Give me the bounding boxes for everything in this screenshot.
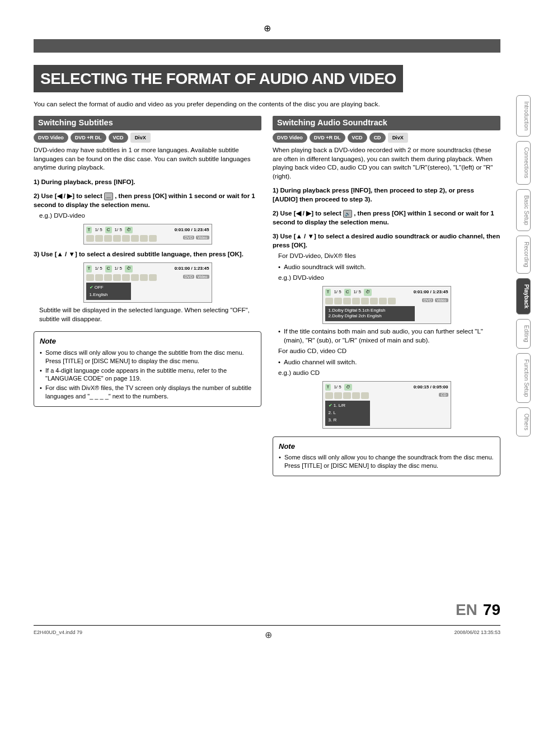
- footer-rule: [34, 625, 500, 626]
- tab-playback[interactable]: Playback: [516, 278, 531, 314]
- print-file: E2H40UD_v4.indd 79: [34, 629, 82, 646]
- section-header-audio: Switching Audio Soundtrack: [273, 116, 500, 130]
- note-title-r: Note: [279, 442, 494, 452]
- osd-audio-2: T 1/ 5 ⏱ 0:00:15 / 0:05:00 CD 1. L/R 2. …: [322, 381, 451, 429]
- header-stripe: [34, 39, 500, 53]
- register-mark-bottom: ⊕: [265, 629, 272, 641]
- osd-audio-1: T 1/ 5 C 1/ 5 ⏱ 0:01:00 / 1:23:45 DVD Vi…: [322, 286, 451, 324]
- osd-audio-cd-menu: 1. L/R 2. L 3. R: [325, 401, 370, 425]
- right-note-1: Some discs will only allow you to change…: [279, 453, 494, 470]
- right-bullet1: Audio soundtrack will switch.: [278, 263, 500, 272]
- audio-intro: When playing back a DVD-video recorded w…: [273, 146, 500, 181]
- badge-dvd-video-r: DVD Video: [273, 133, 307, 143]
- osd-subtitle-menu: OFF 1.English: [86, 283, 131, 300]
- right-eg1: e.g.) DVD-video: [278, 274, 500, 283]
- badge-cd: CD: [369, 133, 386, 143]
- osd-audio-menu: 1.Dolby Digital 5.1ch English 2.Dolby Di…: [325, 306, 415, 322]
- subtitles-intro: DVD-video may have subtitles in 1 or mor…: [34, 146, 261, 172]
- right-for2: For audio CD, video CD: [278, 347, 500, 356]
- left-note-box: Note Some discs will only allow you to c…: [34, 331, 261, 407]
- tab-connections[interactable]: Connections: [516, 141, 531, 185]
- left-note-2: If a 4-digit language code appears in th…: [40, 367, 255, 383]
- left-note-3: For disc with DivX® files, the TV screen…: [40, 384, 255, 401]
- left-step2: 2) Use [◀ / ▶] to select … , then press …: [34, 192, 261, 209]
- left-step1: 1) During playback, press [INFO].: [34, 178, 261, 187]
- right-column: Switching Audio Soundtrack DVD Video DVD…: [273, 116, 500, 476]
- footer: EN 79: [34, 599, 500, 621]
- tab-basic-setup[interactable]: Basic Setup: [516, 189, 531, 231]
- tab-function-setup[interactable]: Function Setup: [516, 353, 531, 403]
- badge-divx: DivX: [130, 133, 151, 143]
- print-info: E2H40UD_v4.indd 79 ⊕ 2008/06/02 13:35:53: [34, 629, 500, 646]
- disc-badges-right: DVD Video DVD +R DL VCD CD DivX: [273, 133, 500, 143]
- footer-lang: EN: [456, 599, 477, 621]
- side-tabs: Introduction Connections Basic Setup Rec…: [516, 95, 531, 436]
- badge-dvd-video: DVD Video: [34, 133, 68, 143]
- right-step1: 1) During playback press [INFO], then pr…: [273, 186, 500, 204]
- tab-recording[interactable]: Recording: [516, 236, 531, 274]
- footer-page: 79: [483, 599, 500, 621]
- osd-subtitle-2: T 1/ 5 C 1/ 5 ⏱ 0:01:00 / 1:23:45 DVD Vi…: [83, 262, 212, 303]
- page-title: SELECTING THE FORMAT OF AUDIO AND VIDEO: [34, 65, 403, 93]
- badge-dvd-rdl: DVD +R DL: [71, 133, 106, 143]
- left-eg1: e.g.) DVD-video: [39, 212, 261, 220]
- audio-icon: 🔊: [343, 210, 352, 218]
- subtitle-icon: …: [104, 192, 113, 200]
- right-step2: 2) Use [◀ / ▶] to select 🔊 , then press …: [273, 209, 500, 227]
- note-title: Note: [40, 336, 255, 346]
- left-column: Switching Subtitles DVD Video DVD +R DL …: [34, 116, 261, 476]
- section-header-subtitles: Switching Subtitles: [34, 116, 261, 130]
- left-step3: 3) Use [▲ / ▼] to select a desired subti…: [34, 250, 261, 259]
- right-if-title: If the title contains both main and sub …: [278, 327, 500, 345]
- right-step3: 3) Use [▲ / ▼] to select a desired audio…: [273, 232, 500, 250]
- left-note-1: Some discs will only allow you to change…: [40, 349, 255, 365]
- register-mark-top: ⊕: [34, 22, 500, 35]
- badge-divx-r: DivX: [388, 133, 408, 143]
- right-bullet2: Audio channel will switch.: [278, 358, 500, 367]
- badge-vcd: VCD: [109, 133, 128, 143]
- left-after-osd: Subtitle will be displayed in the select…: [39, 306, 261, 323]
- tab-editing[interactable]: Editing: [516, 319, 531, 349]
- tab-others[interactable]: Others: [516, 407, 531, 436]
- right-note-box: Note Some discs will only allow you to c…: [273, 436, 500, 476]
- tab-introduction[interactable]: Introduction: [516, 95, 531, 137]
- print-date: 2008/06/02 13:35:53: [454, 629, 500, 646]
- badge-dvd-rdl-r: DVD +R DL: [310, 133, 345, 143]
- right-for1: For DVD-video, DivX® files: [278, 252, 500, 261]
- intro-text: You can select the format of audio and v…: [34, 100, 500, 109]
- badge-vcd-r: VCD: [348, 133, 367, 143]
- right-eg2: e.g.) audio CD: [278, 369, 500, 378]
- osd-subtitle-1: T 1/ 5 C 1/ 5 ⏱ 0:01:00 / 1:23:45 DVD Vi…: [83, 224, 212, 245]
- disc-badges-left: DVD Video DVD +R DL VCD DivX: [34, 133, 261, 143]
